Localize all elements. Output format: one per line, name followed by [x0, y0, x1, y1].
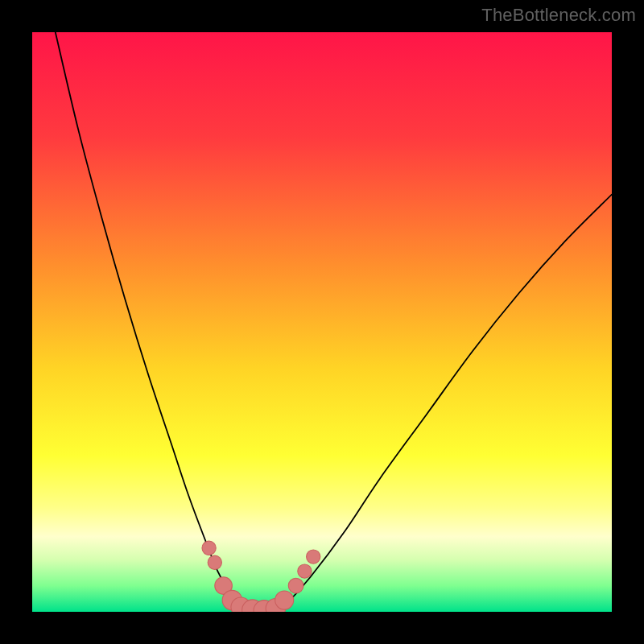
- watermark-text: TheBottleneck.com: [481, 5, 636, 26]
- curve-marker-dot: [275, 591, 294, 609]
- chart-svg: [32, 32, 612, 612]
- curve-marker-dot: [307, 550, 320, 564]
- chart-plot-area: [32, 32, 612, 612]
- chart-background-gradient: [32, 32, 612, 612]
- curve-marker-dot: [202, 541, 216, 555]
- chart-frame: TheBottleneck.com: [0, 0, 644, 644]
- curve-marker-dot: [208, 555, 221, 569]
- curve-marker-dot: [288, 578, 303, 593]
- curve-marker-dot: [298, 564, 312, 578]
